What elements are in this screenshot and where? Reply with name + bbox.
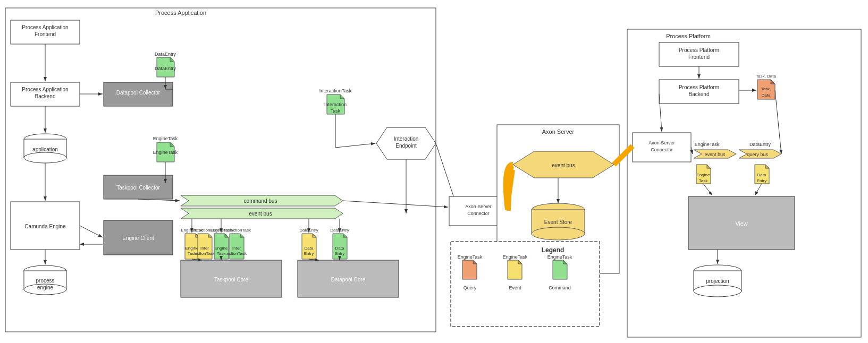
pp-backend-label1: Process Platform xyxy=(679,84,719,90)
tc-interaction-cmd-fold xyxy=(240,234,244,237)
process-engine-label2: engine xyxy=(37,285,53,290)
diagram-container: Process Application Process Application … xyxy=(0,0,868,343)
tc-engine-cmd-label2: Task xyxy=(217,251,226,256)
backend-label-2: Backend xyxy=(35,93,56,99)
dc-data-entry-fold xyxy=(313,234,316,237)
pp-data-entry-doc-label2: Entry xyxy=(757,178,767,183)
legend-command-top-label: EngineTask xyxy=(547,254,572,260)
tc-interaction-label: Inter xyxy=(200,246,209,251)
camunda-engine-label: Camunda Engine xyxy=(24,224,66,229)
svg-text:Frontend: Frontend xyxy=(35,31,56,37)
pp-query-bus-label: query bus xyxy=(747,152,768,157)
data-entry-top-label: DataEntry xyxy=(155,66,176,71)
event-bus-left-label: event bus xyxy=(249,211,272,217)
tc-interaction-label2: actionTask xyxy=(195,251,215,256)
interaction-task-top-fold xyxy=(340,95,344,99)
pp-event-bus-label: event bus xyxy=(704,152,726,157)
interaction-task-above: InteractionTask xyxy=(319,88,352,93)
interaction-endpoint-label1: Interaction xyxy=(394,136,419,142)
process-engine-label: process xyxy=(36,278,54,284)
main-svg: Process Application Process Application … xyxy=(0,0,868,343)
interaction-task-label2: Task xyxy=(331,108,341,114)
projection-bottom xyxy=(694,285,741,297)
tc-interaction-fold xyxy=(208,234,212,237)
engine-task-label-above: EngineTask xyxy=(153,136,178,141)
tc-engine-cmd-label: Engine xyxy=(215,246,228,251)
datapool-core-label: Datapool Core xyxy=(331,277,366,282)
process-platform-label: Process Platform xyxy=(666,33,711,39)
taskpool-core-label: Taskpool Core xyxy=(214,277,248,282)
data-entry-top-fold xyxy=(170,57,174,62)
projection-label: projection xyxy=(706,278,729,284)
dc-data-entry-green-label2: Entry xyxy=(335,251,345,256)
dc-data-entry-label2: Entry xyxy=(304,251,314,256)
pp-frontend-label2: Frontend xyxy=(688,54,710,60)
taskpool-collector-label: Taskpool Collector xyxy=(116,185,160,191)
dc-data-entry-green-label: Data xyxy=(335,246,344,251)
tc-interaction-cmd-label2: actionTask xyxy=(226,251,247,256)
task-data-label1: Task, xyxy=(761,87,771,91)
process-platform-border xyxy=(627,29,861,337)
legend-title: Legend xyxy=(542,246,564,254)
legend-query-top-label: EngineTask xyxy=(458,254,483,260)
task-data-above: Task, Data xyxy=(756,74,776,79)
frontend-label: Process Application xyxy=(22,24,68,30)
tc-interaction-cmd-above: InteractionTask xyxy=(222,228,251,233)
cmdbus-to-axon-arrow xyxy=(343,201,448,207)
dc-data-entry-green-fold xyxy=(343,234,347,237)
pp-engine-task-doc-label: Engine xyxy=(697,173,710,177)
pp-engine-task-label: EngineTask xyxy=(695,142,720,147)
view-label: View xyxy=(735,220,748,227)
event-store-label: Event Store xyxy=(544,219,572,225)
data-entry-top-label-above: DataEntry xyxy=(155,52,176,57)
interaction-task-label: Interaction xyxy=(324,102,347,107)
application-db-bottom xyxy=(24,152,66,163)
legend-event-bottom-label: Event xyxy=(509,285,521,290)
command-bus-label: command bus xyxy=(244,198,277,204)
legend-query-bottom-label: Query xyxy=(464,285,477,290)
legend-command-bottom-label: Command xyxy=(549,285,571,290)
axon-event-bus-label: event bus xyxy=(552,162,575,168)
dc-data-entry-label: Data xyxy=(305,246,314,251)
process-application-label: Process Application xyxy=(155,10,206,16)
engine-task-top-fold xyxy=(170,142,174,147)
legend-event-top-label: EngineTask xyxy=(503,254,528,260)
task-data-label2: Data xyxy=(762,93,771,98)
it-to-ie-horiz xyxy=(335,143,375,148)
axon-connector-right-label2: Connector xyxy=(651,147,673,152)
axon-server-label: Axon Server xyxy=(542,128,575,135)
axon-connector-left-label1: Axon Server xyxy=(465,204,492,209)
engine-task-top-label-text: EngineTask xyxy=(153,150,178,155)
datapool-collector-label: Datapool Collector xyxy=(116,90,161,96)
tc-engine-cmd-fold xyxy=(225,234,229,237)
tc-interaction-cmd-label: Inter xyxy=(232,246,241,251)
tc-engine-task-label: Engine xyxy=(186,246,199,251)
pp-data-entry-doc-label: Data xyxy=(757,173,766,177)
pp-frontend-label1: Process Platform xyxy=(679,47,719,53)
camunda-to-client-arrow xyxy=(80,226,103,237)
event-store-bottom xyxy=(532,227,585,240)
pp-backend-label2: Backend xyxy=(689,91,710,97)
axon-connector-left-label2: Connector xyxy=(467,211,490,216)
axon-connector-right-label1: Axon Server xyxy=(648,140,675,145)
engine-client-label: Engine Client xyxy=(122,235,154,241)
backend-label-1: Process Application xyxy=(22,87,68,92)
pp-data-entry-label: DataEntry xyxy=(749,142,771,147)
application-db-label: application xyxy=(32,147,58,152)
interaction-endpoint-label2: Endpoint xyxy=(395,143,417,149)
pp-engine-task-doc-label2: Task xyxy=(699,178,708,183)
